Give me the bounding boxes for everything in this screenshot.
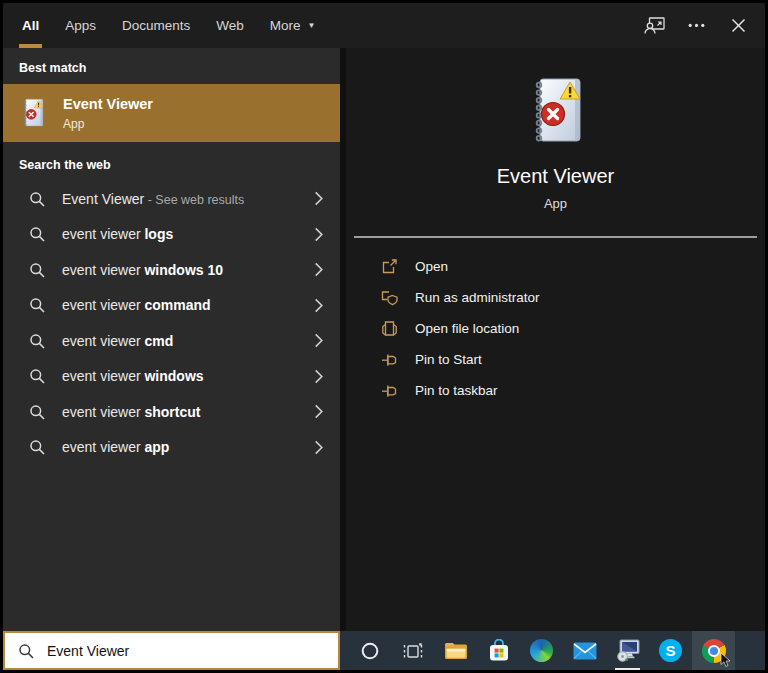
pin-icon <box>381 382 398 399</box>
topbar-actions <box>639 3 765 48</box>
chevron-right-icon <box>314 404 324 419</box>
search-icon <box>29 333 45 349</box>
search-icon <box>29 191 45 207</box>
search-icon <box>29 404 45 420</box>
suggestion-text: event viewer cmd <box>62 333 314 349</box>
tab-web[interactable]: Web <box>203 3 257 48</box>
pin-icon <box>381 351 398 368</box>
search-filter-bar: All Apps Documents Web More▼ <box>3 3 765 48</box>
tab-all[interactable]: All <box>9 3 52 48</box>
chevron-right-icon <box>314 440 324 455</box>
action-pin-to-start[interactable]: Pin to Start <box>381 344 765 375</box>
taskbar-chrome[interactable] <box>692 631 735 670</box>
taskbar-mail[interactable] <box>563 631 606 670</box>
action-label: Open <box>415 259 448 274</box>
taskbar-file-explorer[interactable] <box>434 631 477 670</box>
screenshot-frame: All Apps Documents Web More▼ <box>0 0 768 673</box>
preview-divider <box>354 236 757 238</box>
action-label: Open file location <box>415 321 519 336</box>
preview-title: Event Viewer <box>497 165 614 188</box>
best-match-type: App <box>63 117 153 131</box>
web-suggestions-list: Event Viewer - See web results event vie… <box>3 181 340 465</box>
event-viewer-icon <box>19 98 46 129</box>
search-input[interactable] <box>47 643 338 659</box>
suggestion-text: event viewer command <box>62 297 314 313</box>
taskbar-task-view[interactable] <box>391 631 434 670</box>
preview-subtitle: App <box>544 196 567 211</box>
action-label: Pin to Start <box>415 352 482 367</box>
context-actions: Open Run as administrator Open file loca… <box>346 251 765 406</box>
search-icon <box>29 226 45 242</box>
suggestion-text: event viewer app <box>62 439 314 455</box>
tab-apps[interactable]: Apps <box>52 3 109 48</box>
microsoft-store-icon <box>488 639 510 662</box>
search-icon <box>29 439 45 455</box>
taskbar-edge[interactable] <box>520 631 563 670</box>
best-match-text: Event Viewer App <box>63 96 153 131</box>
taskbar-system-installer[interactable] <box>606 631 649 670</box>
search-suggestion-row[interactable]: event viewer windows <box>3 359 340 395</box>
edge-icon <box>530 639 553 662</box>
action-label: Pin to taskbar <box>415 383 498 398</box>
search-icon <box>29 262 45 278</box>
action-pin-to-taskbar[interactable]: Pin to taskbar <box>381 375 765 406</box>
more-options-icon[interactable] <box>681 11 711 41</box>
tab-more[interactable]: More▼ <box>257 3 329 48</box>
file-location-icon <box>381 320 398 337</box>
search-suggestion-row[interactable]: event viewer command <box>3 288 340 324</box>
suggestion-text: Event Viewer - See web results <box>62 191 314 207</box>
tab-documents-label: Documents <box>122 18 190 33</box>
best-match-result[interactable]: Event Viewer App <box>3 84 340 142</box>
action-open-file-location[interactable]: Open file location <box>381 313 765 344</box>
running-indicator <box>615 668 640 670</box>
taskbar: S <box>340 631 765 670</box>
best-match-title: Event Viewer <box>63 96 153 112</box>
pc-installer-icon <box>615 639 641 662</box>
chevron-down-icon: ▼ <box>308 21 316 30</box>
file-explorer-icon <box>444 641 468 661</box>
search-icon <box>29 297 45 313</box>
suggestion-text: event viewer windows <box>62 368 314 384</box>
chevron-right-icon <box>314 333 324 348</box>
suggestion-text: event viewer shortcut <box>62 404 314 420</box>
search-icon <box>18 643 34 659</box>
action-open[interactable]: Open <box>381 251 765 282</box>
windows-search-flyout: All Apps Documents Web More▼ <box>3 3 765 670</box>
event-viewer-icon <box>526 76 586 148</box>
user-account-icon[interactable] <box>639 11 669 41</box>
run-as-admin-shield-icon <box>381 289 398 306</box>
mouse-cursor-icon <box>720 653 731 668</box>
suggestion-text: event viewer windows 10 <box>62 262 314 278</box>
tab-web-label: Web <box>216 18 244 33</box>
tab-apps-label: Apps <box>65 18 96 33</box>
search-icon <box>29 368 45 384</box>
chevron-right-icon <box>314 262 324 277</box>
action-run-as-administrator[interactable]: Run as administrator <box>381 282 765 313</box>
chevron-right-icon <box>314 191 324 206</box>
chevron-right-icon <box>314 227 324 242</box>
mail-icon <box>573 642 597 660</box>
search-suggestion-row[interactable]: event viewer cmd <box>3 323 340 359</box>
search-suggestion-row[interactable]: event viewer shortcut <box>3 394 340 430</box>
cortana-icon <box>360 641 380 661</box>
tab-documents[interactable]: Documents <box>109 3 203 48</box>
task-view-icon <box>402 641 424 661</box>
search-suggestion-row[interactable]: event viewer logs <box>3 217 340 253</box>
preview-panel: Event Viewer App Open Run as administrat… <box>346 48 765 631</box>
best-match-header: Best match <box>3 48 340 84</box>
search-suggestion-row[interactable]: event viewer windows 10 <box>3 252 340 288</box>
skype-icon: S <box>659 639 682 662</box>
close-icon[interactable] <box>723 11 753 41</box>
search-suggestion-row[interactable]: event viewer app <box>3 430 340 466</box>
filter-tabs: All Apps Documents Web More▼ <box>3 3 329 48</box>
tab-more-label: More <box>270 18 301 33</box>
taskbar-cortana[interactable] <box>348 631 391 670</box>
results-panel: Best match Event Viewer App Search the w… <box>3 48 340 631</box>
taskbar-search-box[interactable] <box>3 631 340 670</box>
search-suggestion-row[interactable]: Event Viewer - See web results <box>3 181 340 217</box>
tab-all-label: All <box>22 18 39 33</box>
action-label: Run as administrator <box>415 290 540 305</box>
taskbar-skype[interactable]: S <box>649 631 692 670</box>
taskbar-microsoft-store[interactable] <box>477 631 520 670</box>
open-icon <box>381 258 398 275</box>
